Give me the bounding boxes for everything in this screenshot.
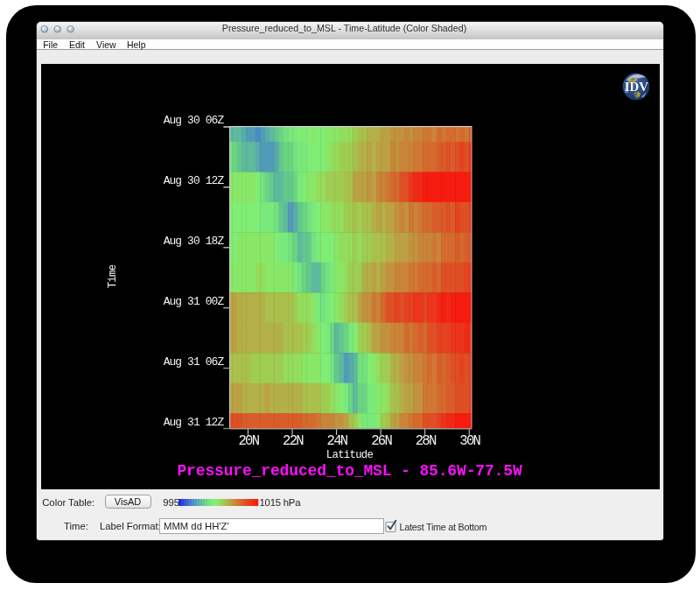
svg-text:IDV: IDV [625, 80, 648, 94]
svg-text:Aug 31 12Z: Aug 31 12Z [164, 416, 225, 429]
svg-text:Aug 30 18Z: Aug 30 18Z [164, 235, 225, 248]
svg-text:Aug 31 00Z: Aug 31 00Z [164, 295, 225, 308]
svg-text:22N: 22N [283, 433, 304, 449]
svg-text:20N: 20N [238, 433, 259, 449]
svg-text:Aug 30 12Z: Aug 30 12Z [164, 174, 225, 187]
svg-text:24N: 24N [327, 433, 348, 449]
svg-text:30N: 30N [459, 433, 480, 449]
svg-text:Time: Time [107, 264, 119, 288]
svg-text:26N: 26N [371, 433, 392, 449]
svg-text:Aug 30 06Z: Aug 30 06Z [164, 114, 225, 127]
svg-text:Pressure_reduced_to_MSL - 85.6: Pressure_reduced_to_MSL - 85.6W-77.5W [177, 462, 522, 480]
svg-text:28N: 28N [416, 433, 437, 449]
svg-text:Aug 31 06Z: Aug 31 06Z [164, 355, 225, 369]
svg-text:Latitude: Latitude [326, 449, 374, 461]
